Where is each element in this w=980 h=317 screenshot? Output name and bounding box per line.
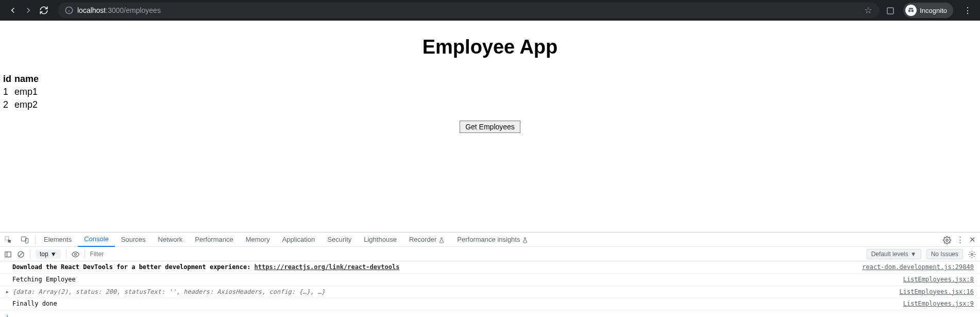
site-info-icon[interactable] (65, 6, 73, 14)
console-log-row[interactable]: Fetching Employee ListEmployees.jsx:8 (0, 274, 980, 286)
address-bar[interactable]: localhost:3000/employees ☆ (58, 3, 880, 18)
svg-point-15 (971, 253, 973, 255)
cell-id: 1 (3, 86, 14, 98)
cell-name: emp2 (14, 98, 42, 111)
table-header-row: id name (3, 73, 42, 86)
console-log-row[interactable]: {data: Array(2), status: 200, statusText… (0, 286, 980, 298)
incognito-icon (905, 5, 917, 16)
page-title: Employee App (0, 36, 980, 58)
log-source-link[interactable]: react-dom.development.js:29840 (862, 263, 974, 272)
console-toolbar: top ▼ Default levels ▼ No Issues (0, 247, 980, 261)
console-prompt[interactable]: › (0, 310, 980, 317)
page-content: Employee App id name 1 emp1 2 emp2 Get E… (0, 21, 980, 133)
employee-table: id name 1 emp1 2 emp2 (3, 73, 42, 111)
url-host: localhost (77, 6, 106, 14)
log-text: Finally done (12, 299, 893, 308)
tab-memory[interactable]: Memory (240, 232, 276, 247)
devtools-panel: Elements Console Sources Network Perform… (0, 232, 980, 317)
devtools-tabs: Elements Console Sources Network Perform… (0, 232, 980, 247)
levels-label: Default levels (871, 251, 908, 258)
devtools-menu-icon[interactable]: ⋮ (956, 235, 964, 244)
incognito-label: Incognito (920, 7, 947, 14)
table-header-id: id (3, 73, 14, 86)
console-output: Download the React DevTools for a better… (0, 261, 980, 317)
devtools-close-icon[interactable]: ✕ (969, 235, 976, 244)
tab-sources[interactable]: Sources (115, 232, 152, 247)
browser-toolbar: localhost:3000/employees ☆ Incognito ⋮ (0, 0, 980, 21)
console-log-row[interactable]: Download the React DevTools for a better… (0, 261, 980, 274)
bookmark-star-icon[interactable]: ☆ (864, 5, 872, 16)
tab-security[interactable]: Security (321, 232, 358, 247)
svg-point-5 (911, 10, 914, 12)
sidebar-toggle-icon[interactable] (4, 249, 12, 258)
tab-performance-insights[interactable]: Performance insights (451, 232, 534, 247)
extensions-icon[interactable] (886, 5, 895, 16)
tab-elements[interactable]: Elements (38, 232, 78, 247)
table-row: 1 emp1 (3, 86, 42, 98)
clear-console-icon[interactable] (17, 249, 25, 258)
context-selector[interactable]: top ▼ (36, 249, 61, 259)
forward-button[interactable] (24, 6, 33, 15)
devtools-settings-icon[interactable] (943, 235, 951, 244)
tab-perf-insights-label: Performance insights (457, 236, 520, 243)
url-path: :3000/employees (106, 6, 161, 14)
live-expression-icon[interactable] (72, 249, 79, 258)
incognito-badge[interactable]: Incognito (903, 3, 953, 18)
get-employees-button[interactable]: Get Employees (460, 121, 520, 133)
table-row: 2 emp2 (3, 98, 42, 111)
reload-button[interactable] (39, 6, 48, 15)
log-source-link[interactable]: ListEmployees.jsx:9 (903, 299, 974, 308)
tab-network[interactable]: Network (152, 232, 189, 247)
tab-lighthouse[interactable]: Lighthouse (358, 232, 403, 247)
svg-line-13 (19, 252, 23, 256)
issues-button[interactable]: No Issues (926, 249, 963, 259)
filter-input[interactable] (90, 251, 861, 258)
tab-application[interactable]: Application (276, 232, 322, 247)
device-toggle-icon[interactable] (16, 236, 33, 244)
svg-point-14 (74, 253, 76, 255)
tab-recorder-label: Recorder (409, 236, 436, 243)
svg-rect-3 (887, 8, 893, 14)
flask-icon (438, 236, 445, 243)
tab-recorder[interactable]: Recorder (403, 232, 451, 247)
log-link[interactable]: https://reactjs.org/link/react-devtools (255, 263, 400, 271)
log-text-bold: Download the React DevTools for a better… (12, 263, 255, 271)
svg-point-9 (946, 239, 948, 241)
tab-console[interactable]: Console (78, 232, 115, 247)
console-settings-icon[interactable] (968, 249, 976, 258)
log-source-link[interactable]: ListEmployees.jsx:8 (903, 275, 974, 284)
svg-rect-8 (25, 238, 28, 243)
flask-icon (522, 236, 528, 243)
console-log-row[interactable]: Finally done ListEmployees.jsx:9 (0, 298, 980, 310)
chevron-down-icon: ▼ (50, 251, 57, 258)
log-object[interactable]: {data: Array(2), status: 200, statusText… (12, 288, 325, 295)
log-levels-dropdown[interactable]: Default levels ▼ (867, 249, 921, 259)
log-source-link[interactable]: ListEmployees.jsx:16 (900, 288, 974, 296)
chevron-down-icon: ▼ (910, 251, 917, 258)
back-button[interactable] (8, 6, 18, 15)
cell-name: emp1 (14, 86, 42, 98)
table-header-name: name (14, 73, 42, 86)
svg-point-4 (908, 10, 911, 12)
inspect-element-icon[interactable] (0, 236, 16, 244)
svg-rect-10 (5, 252, 11, 257)
cell-id: 2 (3, 98, 14, 111)
context-label: top (40, 251, 48, 258)
tab-performance[interactable]: Performance (189, 232, 239, 247)
log-text: Fetching Employee (12, 275, 893, 284)
browser-menu-icon[interactable]: ⋮ (964, 6, 972, 15)
